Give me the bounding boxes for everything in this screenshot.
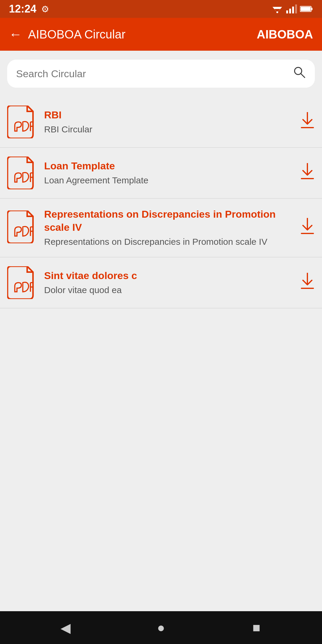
pdf-icon <box>7 210 37 243</box>
app-bar-left: ← AIBOBOA Circular <box>9 27 126 42</box>
list-item[interactable]: Loan Template Loan Agreement Template <box>0 148 322 199</box>
search-container <box>0 51 322 97</box>
search-box <box>7 60 315 88</box>
download-icon[interactable] <box>300 273 315 293</box>
circular-list: RBI RBI Circular Loan Template Loan Agre… <box>0 97 322 460</box>
svg-rect-5 <box>292 7 294 13</box>
status-bar-right <box>271 4 313 13</box>
status-bar: 12:24 ⚙ <box>0 0 322 18</box>
item-subtitle: Loan Agreement Template <box>44 174 295 187</box>
svg-rect-6 <box>295 4 297 13</box>
list-item[interactable]: Representations on Discrepancies in Prom… <box>0 199 322 257</box>
svg-rect-3 <box>286 10 288 13</box>
item-title: Representations on Discrepancies in Prom… <box>44 208 295 234</box>
battery-icon <box>300 5 313 13</box>
search-icon <box>293 66 306 82</box>
download-icon[interactable] <box>300 112 315 132</box>
item-subtitle: Dolor vitae quod ea <box>44 284 295 296</box>
list-item[interactable]: RBI RBI Circular <box>0 97 322 148</box>
back-button[interactable]: ← <box>9 27 22 42</box>
svg-line-11 <box>301 74 305 78</box>
item-title: Sint vitae dolores c <box>44 269 295 282</box>
svg-rect-8 <box>311 8 312 10</box>
status-time: 12:24 <box>9 3 36 15</box>
item-text: Sint vitae dolores c Dolor vitae quod ea <box>44 269 295 296</box>
app-bar-brand: AIBOBOA <box>257 28 313 41</box>
search-input[interactable] <box>16 68 293 80</box>
wifi-icon <box>271 4 283 13</box>
app-bar-title: AIBOBOA Circular <box>28 28 126 41</box>
settings-icon: ⚙ <box>41 4 49 14</box>
pdf-icon <box>7 106 37 138</box>
download-icon[interactable] <box>300 163 315 183</box>
svg-point-2 <box>276 11 278 13</box>
item-title: Loan Template <box>44 159 295 172</box>
empty-space <box>0 460 322 611</box>
item-title: RBI <box>44 108 295 121</box>
item-text: RBI RBI Circular <box>44 108 295 136</box>
pdf-icon <box>7 157 37 189</box>
svg-rect-4 <box>289 9 291 13</box>
signal-icon <box>286 4 297 13</box>
pdf-icon <box>7 266 37 299</box>
nav-back-button[interactable]: ◀ <box>54 620 78 635</box>
item-text: Loan Template Loan Agreement Template <box>44 159 295 187</box>
download-icon[interactable] <box>300 218 315 238</box>
nav-recents-button[interactable]: ■ <box>244 620 268 635</box>
item-subtitle: Representations on Discrepancies in Prom… <box>44 236 295 248</box>
svg-rect-9 <box>301 7 311 11</box>
app-bar: ← AIBOBOA Circular AIBOBOA <box>0 18 322 51</box>
item-subtitle: RBI Circular <box>44 123 295 136</box>
nav-bar: ◀ ● ■ <box>0 611 322 644</box>
list-item[interactable]: Sint vitae dolores c Dolor vitae quod ea <box>0 257 322 308</box>
item-text: Representations on Discrepancies in Prom… <box>44 208 295 248</box>
nav-home-button[interactable]: ● <box>149 620 173 635</box>
status-bar-left: 12:24 ⚙ <box>9 3 49 15</box>
